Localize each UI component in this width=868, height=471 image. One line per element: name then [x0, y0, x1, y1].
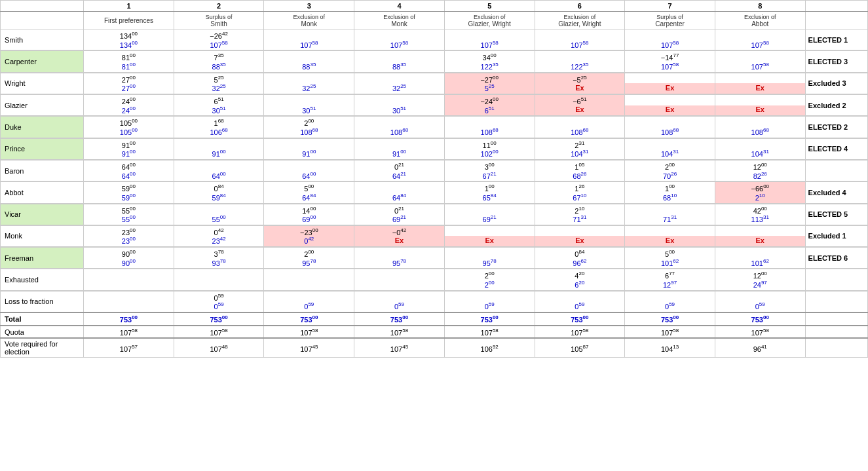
data-cell: [625, 117, 715, 127]
data-cell: 10162: [715, 258, 805, 269]
data-cell: 2342: [174, 236, 264, 246]
data-cell: 525: [174, 73, 264, 83]
data-cell: 2300: [84, 225, 174, 236]
data-cell: 100: [625, 182, 715, 193]
vote-required-cell: 10745: [354, 338, 445, 358]
data-cell: 100: [444, 182, 535, 193]
data-cell: [535, 51, 625, 62]
data-cell: 8100: [84, 62, 174, 72]
data-cell: 200: [264, 117, 354, 127]
data-cell: [354, 94, 445, 105]
quota-result: [805, 326, 867, 339]
data-cell: 10758: [625, 62, 715, 72]
data-cell: 200: [264, 248, 354, 258]
header-sub-7: Surplus ofCarpenter: [625, 12, 715, 29]
loss-fraction-cell: [354, 291, 445, 301]
exhausted-cell: [264, 269, 354, 280]
result-label: Excluded 3: [805, 73, 867, 94]
data-cell: Ex: [444, 236, 535, 246]
data-cell: 5900: [84, 193, 174, 203]
total-cell: 75300: [354, 312, 445, 326]
loss-fraction-cell: 059: [174, 301, 264, 312]
data-cell: [354, 73, 445, 83]
data-cell: 6400: [84, 171, 174, 181]
candidate-name: Freeman: [1, 248, 84, 269]
header-round-3: 3: [264, 1, 354, 12]
data-cell: Ex: [625, 83, 715, 94]
header-round-4: 4: [354, 1, 445, 12]
data-cell: Ex: [354, 236, 445, 246]
data-cell: 10868: [535, 127, 625, 138]
data-cell: 10758: [715, 62, 805, 72]
header-round-2: 2: [174, 1, 264, 12]
data-cell: [444, 225, 535, 236]
data-cell: 3400: [444, 51, 535, 62]
data-cell: 168: [174, 117, 264, 127]
data-cell: [354, 138, 445, 149]
exhausted-cell: [264, 280, 354, 290]
data-cell: 126: [535, 182, 625, 193]
results-table: 1 2 3 4 5 6 7 8 First preferences Surplu…: [0, 0, 868, 358]
result-label: Excluded 2: [805, 94, 867, 115]
total-label: Total: [1, 312, 84, 326]
data-cell: 210: [715, 193, 805, 203]
candidate-name: Abbot: [1, 182, 84, 203]
exhausted-cell: [84, 280, 174, 290]
candidate-row-bottom: 23002342042ExExExExEx: [1, 236, 868, 246]
data-cell: [174, 160, 264, 170]
data-cell: −2700: [444, 73, 535, 83]
data-cell: 6900: [264, 214, 354, 225]
header-labels: First preferences Surplus ofSmith Exclus…: [1, 12, 868, 29]
data-cell: 5984: [174, 193, 264, 203]
header-result: [805, 1, 867, 12]
data-cell: 8835: [174, 62, 264, 72]
exhausted-row-bottom: 20062012972497: [1, 280, 868, 290]
data-cell: 10868: [715, 127, 805, 138]
data-cell: 10758: [174, 40, 264, 50]
header-sub-2: Surplus ofSmith: [174, 12, 264, 29]
data-cell: Ex: [535, 236, 625, 246]
data-cell: 4200: [715, 204, 805, 214]
header-sub-3: Exclusion ofMonk: [264, 12, 354, 29]
data-cell: 6921: [444, 214, 535, 225]
data-cell: 10500: [84, 127, 174, 138]
data-cell: [264, 29, 354, 40]
data-cell: 10758: [354, 40, 445, 50]
data-cell: 2400: [84, 94, 174, 105]
data-cell: 13400: [84, 40, 174, 50]
candidate-row-bottom: 5900598464846484658467106810210: [1, 193, 868, 203]
header-empty: [1, 1, 84, 12]
data-cell: 2700: [84, 73, 174, 83]
data-cell: 9578: [354, 258, 445, 269]
total-row: Total75300753007530075300753007530075300…: [1, 312, 868, 326]
data-cell: 378: [174, 248, 264, 258]
result-label: ELECTED 2: [805, 117, 867, 138]
candidate-name: Smith: [1, 29, 84, 50]
candidate-name: Carpenter: [1, 51, 84, 72]
data-cell: 231: [535, 138, 625, 149]
loss-fraction-cell: 059: [354, 301, 445, 312]
data-cell: [354, 51, 445, 62]
data-cell: [715, 51, 805, 62]
data-cell: 10758: [715, 40, 805, 50]
data-cell: [535, 117, 625, 127]
exhausted-cell: 677: [625, 269, 715, 280]
data-cell: [715, 225, 805, 236]
loss-fraction-row-bottom: 059059059059059059059: [1, 301, 868, 312]
data-cell: 9100: [84, 138, 174, 149]
data-cell: 8835: [264, 62, 354, 72]
data-cell: [535, 29, 625, 40]
data-cell: 6921: [354, 214, 445, 225]
data-cell: 7026: [625, 171, 715, 181]
data-cell: [625, 138, 715, 149]
data-cell: 10758: [264, 40, 354, 50]
data-cell: 021: [354, 160, 445, 170]
data-cell: 8226: [715, 171, 805, 181]
data-cell: 9100: [84, 149, 174, 159]
quota-cell: 10758: [84, 326, 174, 339]
candidate-row-top: Smith13400−2642ELECTED 1: [1, 29, 868, 40]
exhausted-cell: [354, 280, 445, 290]
quota-cell: 10758: [354, 326, 445, 339]
quota-label: Quota: [1, 326, 84, 339]
total-result: [805, 312, 867, 326]
